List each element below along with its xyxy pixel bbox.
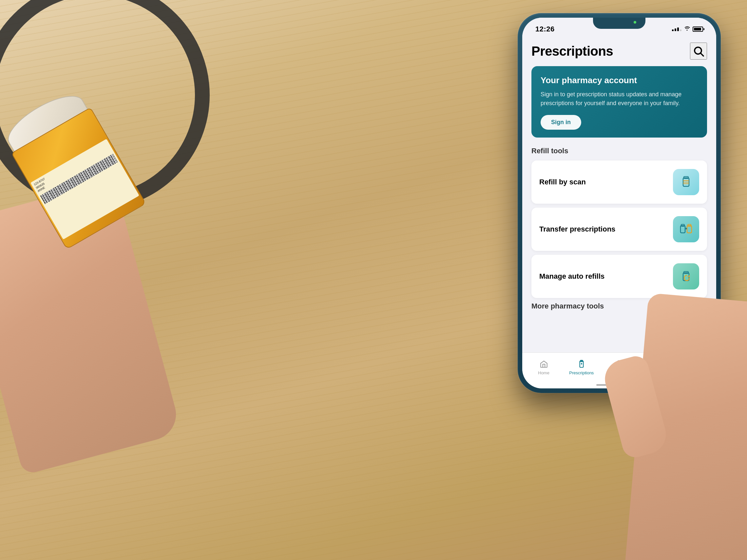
page-title: Prescriptions — [532, 44, 613, 59]
manage-auto-refills-card[interactable]: Manage auto refills — [532, 255, 707, 298]
signal-dot-3 — [677, 27, 679, 31]
prescriptions-icon — [577, 359, 587, 369]
auto-refill-icon — [673, 263, 699, 290]
signal-icon — [672, 27, 681, 31]
battery-icon — [693, 27, 703, 32]
status-time: 12:26 — [535, 25, 555, 33]
signal-dot-4 — [680, 29, 681, 31]
signal-dot-2 — [675, 28, 676, 31]
pill-bottle-area: 123-8707 360635 ANNE — [0, 65, 223, 458]
battery-fill — [694, 28, 701, 30]
refill-scan-label: Refill by scan — [539, 178, 586, 186]
svg-line-1 — [701, 53, 703, 56]
search-button[interactable] — [690, 43, 707, 60]
home-icon — [539, 359, 549, 369]
sign-in-button[interactable]: Sign in — [541, 115, 581, 130]
transfer-label: Transfer prescriptions — [539, 225, 615, 234]
wifi-icon — [684, 26, 690, 32]
status-light — [634, 21, 636, 24]
transfer-icon — [673, 216, 699, 242]
prescriptions-tab-label: Prescriptions — [569, 370, 594, 376]
refill-scan-icon — [673, 169, 699, 195]
search-icon — [693, 45, 704, 57]
pharmacy-card-description: Sign in to get prescription status updat… — [541, 90, 698, 108]
transfer-prescriptions-card[interactable]: Transfer prescriptions — [532, 208, 707, 251]
svg-rect-9 — [687, 225, 692, 233]
page-header: Prescriptions — [532, 37, 707, 66]
svg-rect-7 — [680, 225, 685, 233]
refill-by-scan-card[interactable]: Refill by scan — [532, 160, 707, 204]
pharmacy-card-title: Your pharmacy account — [541, 75, 698, 85]
home-tab-label: Home — [538, 370, 549, 376]
tab-home[interactable]: Home — [525, 357, 563, 378]
signal-dot-1 — [672, 29, 674, 31]
auto-refills-label: Manage auto refills — [539, 272, 604, 281]
tab-prescriptions[interactable]: Prescriptions — [563, 357, 600, 378]
notch — [593, 18, 645, 29]
pharmacy-account-card: Your pharmacy account Sign in to get pre… — [532, 66, 707, 137]
status-icons — [672, 26, 703, 32]
refill-tools-label: Refill tools — [532, 147, 707, 155]
